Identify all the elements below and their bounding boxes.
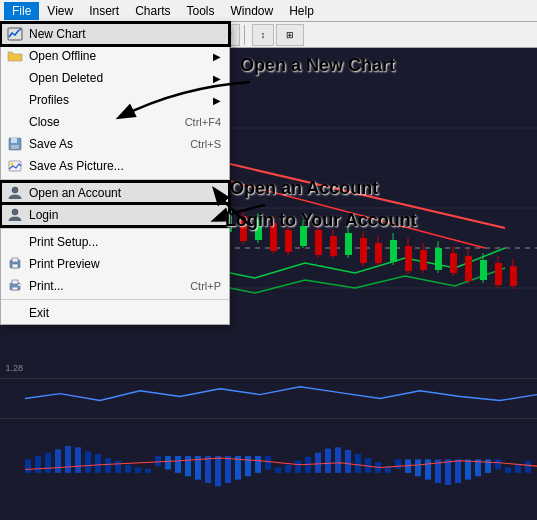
svg-rect-102 bbox=[335, 447, 341, 473]
close-shortcut: Ctrl+F4 bbox=[185, 116, 221, 128]
menu-open-offline[interactable]: Open Offline ▶ bbox=[1, 45, 229, 67]
print-shortcut: Ctrl+P bbox=[190, 280, 221, 292]
svg-rect-98 bbox=[295, 461, 301, 473]
svg-point-129 bbox=[12, 209, 18, 215]
login-label: Login bbox=[29, 208, 58, 222]
rsi-area: RS bbox=[0, 378, 537, 418]
svg-rect-85 bbox=[165, 456, 171, 469]
dropdown-menu: New Chart Open Offline ▶ Open Deleted ▶ … bbox=[0, 22, 230, 325]
svg-rect-81 bbox=[125, 465, 131, 473]
menu-insert[interactable]: Insert bbox=[81, 2, 127, 20]
menu-view[interactable]: View bbox=[39, 2, 81, 20]
svg-rect-114 bbox=[455, 459, 461, 483]
svg-rect-120 bbox=[515, 465, 521, 473]
menu-file[interactable]: File bbox=[4, 2, 39, 20]
folder-icon bbox=[5, 48, 25, 64]
svg-rect-126 bbox=[9, 161, 21, 171]
svg-rect-111 bbox=[425, 459, 431, 479]
svg-rect-115 bbox=[465, 459, 471, 479]
svg-rect-113 bbox=[445, 459, 451, 485]
menu-new-chart[interactable]: New Chart bbox=[1, 23, 229, 45]
menu-profiles[interactable]: Profiles ▶ bbox=[1, 89, 229, 111]
toolbar-btn-9[interactable]: ↕ bbox=[252, 24, 274, 46]
print-setup-label: Print Setup... bbox=[29, 235, 98, 249]
menu-charts[interactable]: Charts bbox=[127, 2, 178, 20]
rsi-svg bbox=[0, 379, 537, 418]
svg-rect-90 bbox=[215, 456, 221, 486]
menu-window[interactable]: Window bbox=[223, 2, 282, 20]
svg-point-128 bbox=[12, 187, 18, 193]
save-icon bbox=[5, 136, 25, 152]
svg-rect-86 bbox=[175, 456, 181, 473]
menu-print-setup[interactable]: Print Setup... bbox=[1, 231, 229, 253]
menu-close[interactable]: Close Ctrl+F4 bbox=[1, 111, 229, 133]
svg-rect-118 bbox=[495, 459, 501, 469]
svg-rect-94 bbox=[255, 456, 261, 473]
menubar: File View Insert Charts Tools Window Hel… bbox=[0, 0, 537, 22]
svg-rect-125 bbox=[11, 145, 19, 149]
toolbar-sep-3 bbox=[244, 25, 248, 45]
svg-rect-76 bbox=[75, 447, 81, 473]
svg-rect-100 bbox=[315, 453, 321, 473]
menu-exit[interactable]: Exit bbox=[1, 302, 229, 324]
new-chart-label: New Chart bbox=[29, 27, 86, 41]
macd-svg bbox=[0, 419, 537, 520]
svg-rect-84 bbox=[155, 456, 161, 466]
menu-print[interactable]: Print... Ctrl+P bbox=[1, 275, 229, 297]
menu-tools[interactable]: Tools bbox=[179, 2, 223, 20]
svg-rect-93 bbox=[245, 456, 251, 476]
menu-print-preview[interactable]: Print Preview bbox=[1, 253, 229, 275]
svg-rect-135 bbox=[12, 287, 18, 290]
svg-rect-124 bbox=[11, 138, 17, 143]
save-as-label: Save As bbox=[29, 137, 73, 151]
svg-rect-117 bbox=[485, 459, 491, 472]
print-icon bbox=[5, 278, 25, 294]
open-deleted-label: Open Deleted bbox=[29, 71, 103, 85]
save-as-shortcut: Ctrl+S bbox=[190, 138, 221, 150]
y-label-bot: 1.28 bbox=[0, 363, 25, 373]
svg-rect-80 bbox=[115, 461, 121, 473]
print-prev-icon bbox=[5, 256, 25, 272]
svg-rect-131 bbox=[12, 258, 18, 262]
print-preview-label: Print Preview bbox=[29, 257, 100, 271]
svg-rect-132 bbox=[12, 264, 18, 268]
open-offline-label: Open Offline bbox=[29, 49, 96, 63]
login-icon bbox=[5, 207, 25, 223]
account-icon bbox=[5, 185, 25, 201]
svg-rect-77 bbox=[85, 451, 91, 473]
toolbar-btn-10[interactable]: ⊞ bbox=[276, 24, 304, 46]
svg-rect-69 bbox=[0, 379, 537, 418]
menu-save-as-picture[interactable]: Save As Picture... bbox=[1, 155, 229, 177]
svg-rect-134 bbox=[12, 280, 18, 284]
separator-2 bbox=[1, 228, 229, 229]
svg-rect-78 bbox=[95, 454, 101, 473]
svg-rect-82 bbox=[135, 467, 141, 472]
save-pic-icon bbox=[5, 158, 25, 174]
svg-point-127 bbox=[11, 163, 14, 166]
menu-login[interactable]: Login bbox=[1, 204, 229, 226]
svg-rect-79 bbox=[105, 458, 111, 473]
menu-help[interactable]: Help bbox=[281, 2, 322, 20]
profiles-arrow: ▶ bbox=[213, 95, 221, 106]
svg-rect-74 bbox=[55, 449, 61, 473]
close-label: Close bbox=[29, 115, 60, 129]
separator-1 bbox=[1, 179, 229, 180]
menu-open-deleted[interactable]: Open Deleted ▶ bbox=[1, 67, 229, 89]
svg-rect-108 bbox=[395, 459, 401, 468]
save-as-picture-label: Save As Picture... bbox=[29, 159, 124, 173]
profiles-label: Profiles bbox=[29, 93, 69, 107]
svg-rect-71 bbox=[25, 459, 31, 472]
svg-rect-104 bbox=[355, 454, 361, 473]
svg-rect-121 bbox=[525, 461, 531, 473]
open-account-label: Open an Account bbox=[29, 186, 121, 200]
new-chart-icon bbox=[5, 26, 25, 42]
menu-save-as[interactable]: Save As Ctrl+S bbox=[1, 133, 229, 155]
svg-rect-87 bbox=[185, 456, 191, 476]
menu-open-account[interactable]: Open an Account bbox=[1, 182, 229, 204]
exit-label: Exit bbox=[29, 306, 49, 320]
open-offline-arrow: ▶ bbox=[213, 51, 221, 62]
svg-rect-73 bbox=[45, 453, 51, 473]
open-deleted-arrow: ▶ bbox=[213, 73, 221, 84]
macd-area: MACD(12,26,9) -0.0272 0.0056 bbox=[0, 418, 537, 520]
svg-rect-72 bbox=[35, 456, 41, 473]
